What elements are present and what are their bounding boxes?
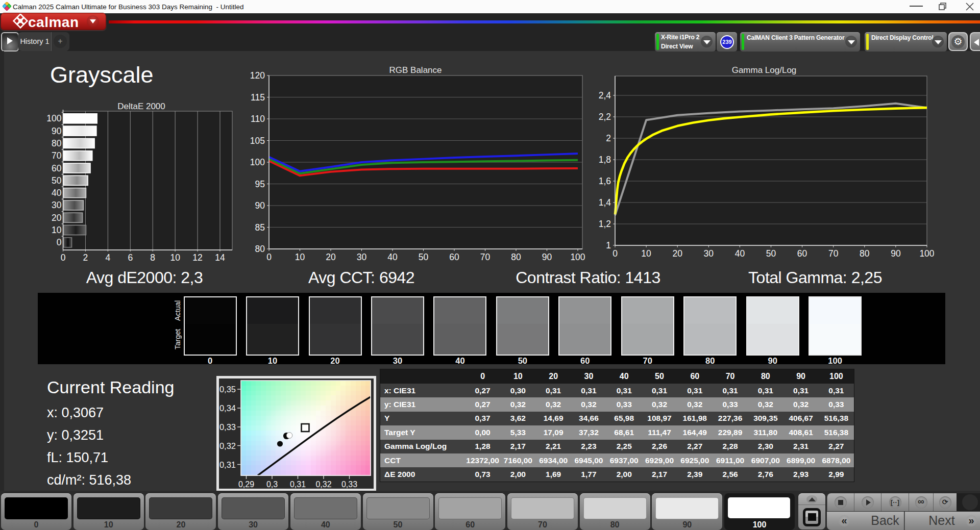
svg-text:100: 100 (570, 252, 585, 262)
svg-text:80: 80 (52, 138, 62, 148)
svg-text:50: 50 (766, 248, 776, 259)
svg-text:60: 60 (449, 252, 459, 262)
svg-text:0: 0 (266, 252, 272, 262)
svg-text:DeltaE 2000: DeltaE 2000 (117, 102, 165, 111)
svg-text:1,8: 1,8 (599, 155, 611, 165)
svg-text:2: 2 (606, 133, 611, 143)
svg-text:40: 40 (735, 248, 745, 259)
svg-text:0,32: 0,32 (219, 441, 236, 450)
svg-text:10: 10 (641, 248, 651, 259)
svg-text:90: 90 (891, 248, 901, 259)
svg-text:0: 0 (57, 237, 62, 247)
svg-text:90: 90 (542, 252, 552, 262)
svg-text:80: 80 (255, 244, 265, 254)
svg-text:70: 70 (480, 252, 491, 262)
svg-text:110: 110 (251, 114, 265, 124)
svg-text:14: 14 (215, 253, 225, 263)
svg-text:2,4: 2,4 (599, 90, 611, 100)
svg-text:40: 40 (52, 188, 62, 198)
svg-text:10: 10 (52, 225, 62, 235)
svg-text:70: 70 (828, 248, 839, 259)
svg-text:1,4: 1,4 (599, 197, 611, 208)
svg-text:100: 100 (919, 248, 934, 259)
svg-text:1,6: 1,6 (599, 176, 611, 186)
svg-text:10: 10 (170, 253, 180, 263)
svg-text:60: 60 (797, 248, 807, 259)
svg-text:60: 60 (52, 163, 62, 173)
svg-text:1: 1 (606, 240, 611, 250)
svg-text:30: 30 (357, 252, 367, 262)
svg-text:30: 30 (704, 248, 714, 259)
svg-text:0,33: 0,33 (219, 422, 236, 432)
svg-text:40: 40 (387, 252, 398, 262)
svg-text:2,2: 2,2 (599, 112, 611, 122)
svg-text:0,35: 0,35 (219, 385, 236, 394)
svg-text:0,31: 0,31 (290, 480, 306, 489)
svg-text:4: 4 (105, 253, 110, 263)
svg-text:30: 30 (52, 200, 62, 210)
svg-text:80: 80 (860, 248, 870, 259)
svg-text:100: 100 (250, 157, 265, 167)
svg-text:Gamma Log/Log: Gamma Log/Log (732, 65, 797, 75)
svg-text:0: 0 (612, 248, 618, 259)
svg-text:120: 120 (250, 70, 265, 81)
svg-text:12: 12 (192, 253, 202, 263)
svg-text:90: 90 (52, 126, 62, 136)
svg-text:0,3: 0,3 (266, 480, 278, 489)
svg-text:10: 10 (295, 252, 305, 262)
svg-text:20: 20 (52, 213, 62, 223)
svg-text:70: 70 (52, 150, 62, 161)
svg-text:8: 8 (150, 253, 155, 263)
svg-text:90: 90 (255, 200, 265, 211)
svg-text:1,2: 1,2 (599, 219, 611, 229)
svg-text:6: 6 (128, 253, 133, 263)
svg-text:0,31: 0,31 (219, 460, 236, 469)
svg-text:85: 85 (255, 222, 265, 233)
svg-text:115: 115 (251, 92, 265, 103)
svg-text:100: 100 (46, 113, 61, 123)
svg-text:0: 0 (61, 253, 66, 263)
svg-text:105: 105 (250, 136, 265, 146)
svg-text:50: 50 (419, 252, 429, 262)
svg-text:20: 20 (672, 248, 682, 259)
svg-text:50: 50 (52, 175, 62, 186)
svg-text:RGB Balance: RGB Balance (389, 65, 442, 75)
svg-text:0,32: 0,32 (315, 480, 331, 489)
svg-text:0,34: 0,34 (219, 403, 236, 413)
svg-text:95: 95 (255, 179, 265, 189)
svg-text:2: 2 (83, 253, 88, 263)
svg-text:80: 80 (511, 252, 521, 262)
svg-text:0,29: 0,29 (238, 480, 254, 489)
svg-text:0,33: 0,33 (341, 480, 357, 489)
svg-text:20: 20 (326, 252, 336, 262)
